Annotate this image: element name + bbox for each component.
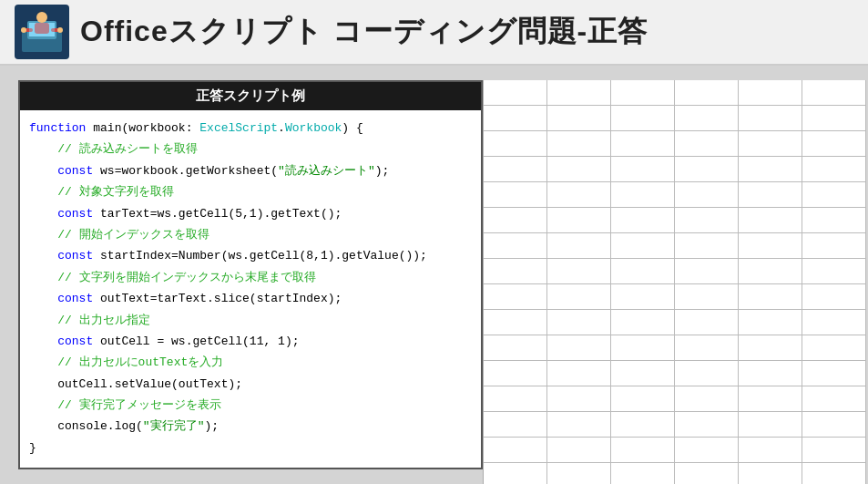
grid-cell bbox=[802, 157, 866, 182]
grid-cell bbox=[547, 208, 611, 233]
grid-cell bbox=[739, 438, 802, 463]
grid-cell bbox=[611, 80, 675, 106]
grid-cell bbox=[547, 284, 611, 310]
grid-cell bbox=[739, 233, 802, 259]
grid-cell bbox=[547, 233, 611, 259]
grid-cell bbox=[802, 412, 866, 438]
grid-cell bbox=[547, 182, 611, 208]
grid-cell bbox=[675, 80, 739, 106]
grid-cell bbox=[739, 131, 802, 157]
grid-cell bbox=[739, 80, 802, 106]
code-line-9: const outText=tarText.slice(startIndex); bbox=[29, 288, 472, 309]
grid-cell bbox=[484, 386, 547, 412]
grid-cell bbox=[484, 284, 547, 310]
code-line-5: const tarText=ws.getCell(5,1).getText(); bbox=[29, 203, 472, 224]
grid-cell bbox=[611, 412, 675, 438]
code-line-10: // 出力セル指定 bbox=[29, 310, 472, 331]
grid-cell bbox=[802, 233, 866, 259]
grid-cell bbox=[547, 259, 611, 284]
grid-cell bbox=[739, 208, 802, 233]
panel-title: 正答スクリプト例 bbox=[20, 82, 481, 110]
grid-cell bbox=[675, 361, 739, 386]
grid-cell bbox=[675, 386, 739, 412]
grid-cell bbox=[802, 335, 866, 361]
header: Officeスクリプト コーディング問題-正答 bbox=[0, 0, 868, 66]
grid-cell bbox=[611, 106, 675, 131]
code-line-16: } bbox=[29, 438, 472, 458]
grid-cell bbox=[802, 182, 866, 208]
svg-point-4 bbox=[36, 12, 47, 23]
grid-cell bbox=[675, 106, 739, 131]
grid-cell bbox=[802, 361, 866, 386]
grid-cell bbox=[484, 106, 547, 131]
grid-cell bbox=[484, 80, 547, 106]
grid-cell bbox=[675, 284, 739, 310]
grid-cell bbox=[739, 361, 802, 386]
grid-cell bbox=[547, 106, 611, 131]
grid-cell bbox=[484, 259, 547, 284]
code-line-6: // 開始インデックスを取得 bbox=[29, 224, 472, 245]
code-line-3: const ws=workbook.getWorksheet("読み込みシート"… bbox=[29, 160, 472, 181]
grid-cell bbox=[675, 438, 739, 463]
grid-cell bbox=[484, 463, 547, 484]
code-line-8: // 文字列を開始インデックスから末尾まで取得 bbox=[29, 267, 472, 288]
grid-cell bbox=[547, 438, 611, 463]
grid-cell bbox=[739, 284, 802, 310]
grid-cell bbox=[802, 80, 866, 106]
grid-cell bbox=[675, 131, 739, 157]
svg-point-8 bbox=[21, 27, 26, 33]
grid-cell bbox=[611, 463, 675, 484]
grid-cell bbox=[484, 310, 547, 335]
grid-cell bbox=[611, 335, 675, 361]
grid-cell bbox=[675, 233, 739, 259]
code-line-4: // 対象文字列を取得 bbox=[29, 181, 472, 202]
spreadsheet-grid bbox=[483, 80, 866, 484]
grid-cell bbox=[675, 182, 739, 208]
grid-cell bbox=[484, 412, 547, 438]
grid-cell bbox=[802, 438, 866, 463]
grid-cell bbox=[484, 361, 547, 386]
grid-cell bbox=[802, 463, 866, 484]
grid-cell bbox=[547, 131, 611, 157]
grid-cell bbox=[611, 131, 675, 157]
grid-cell bbox=[611, 361, 675, 386]
code-line-14: // 実行完了メッセージを表示 bbox=[29, 395, 472, 416]
code-line-13: outCell.setValue(outText); bbox=[29, 374, 472, 395]
grid-cell bbox=[611, 233, 675, 259]
grid-cell bbox=[611, 284, 675, 310]
code-line-12: // 出力セルにoutTextを入力 bbox=[29, 352, 472, 373]
grid-cell bbox=[739, 157, 802, 182]
grid-cell bbox=[675, 463, 739, 484]
code-panel: 正答スクリプト例 function main(workbook: ExcelSc… bbox=[18, 80, 483, 469]
grid-cell bbox=[484, 157, 547, 182]
grid-cell bbox=[484, 131, 547, 157]
svg-rect-10 bbox=[29, 23, 55, 36]
grid-cell bbox=[739, 335, 802, 361]
grid-cell bbox=[802, 259, 866, 284]
grid-cell bbox=[611, 157, 675, 182]
grid-cell bbox=[547, 157, 611, 182]
grid-cell bbox=[611, 310, 675, 335]
grid-cell bbox=[484, 438, 547, 463]
grid-cell bbox=[547, 386, 611, 412]
grid-cell bbox=[739, 412, 802, 438]
grid-cell bbox=[611, 259, 675, 284]
code-body: function main(workbook: ExcelScript.Work… bbox=[20, 110, 481, 466]
grid-cell bbox=[547, 310, 611, 335]
main-content: 正答スクリプト例 function main(workbook: ExcelSc… bbox=[0, 66, 868, 484]
grid-cell bbox=[484, 208, 547, 233]
avatar-icon bbox=[15, 5, 69, 59]
grid-cell bbox=[675, 259, 739, 284]
grid-cell bbox=[739, 182, 802, 208]
grid-cell bbox=[547, 80, 611, 106]
grid-cell bbox=[611, 386, 675, 412]
grid-cell bbox=[802, 106, 866, 131]
grid-cell bbox=[611, 208, 675, 233]
grid-cell bbox=[547, 463, 611, 484]
grid-cell bbox=[675, 412, 739, 438]
grid-cell bbox=[802, 386, 866, 412]
code-line-1: function main(workbook: ExcelScript.Work… bbox=[29, 118, 472, 139]
right-area bbox=[483, 80, 866, 469]
code-line-15: console.log("実行完了"); bbox=[29, 416, 472, 437]
page-title: Officeスクリプト コーディング問題-正答 bbox=[80, 12, 648, 52]
